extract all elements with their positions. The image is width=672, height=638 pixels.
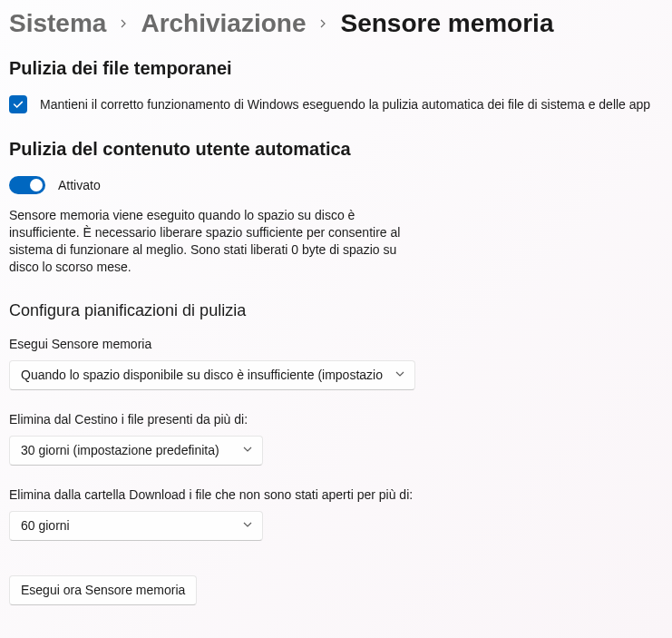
chevron-down-icon: [242, 518, 253, 533]
breadcrumb-current: Sensore memoria: [340, 9, 553, 38]
downloads-value: 60 giorni: [21, 518, 235, 533]
breadcrumb: Sistema Archiviazione Sensore memoria: [9, 9, 663, 38]
run-schedule-label: Esegui Sensore memoria: [9, 337, 663, 351]
run-now-button-label: Esegui ora Sensore memoria: [21, 583, 185, 597]
chevron-right-icon: [318, 15, 327, 32]
run-schedule-dropdown[interactable]: Quando lo spazio disponibile su disco è …: [9, 360, 415, 390]
breadcrumb-system[interactable]: Sistema: [9, 9, 106, 38]
run-now-button[interactable]: Esegui ora Sensore memoria: [9, 575, 197, 605]
recycle-bin-label: Elimina dal Cestino i file presenti da p…: [9, 412, 663, 427]
section-title-auto: Pulizia del contenuto utente automatica: [9, 139, 663, 160]
section-title-schedule: Configura pianificazioni di pulizia: [9, 301, 663, 320]
chevron-down-icon: [242, 443, 253, 457]
downloads-dropdown[interactable]: 60 giorni: [9, 511, 263, 541]
section-title-temp: Pulizia dei file temporanei: [9, 58, 663, 79]
breadcrumb-storage[interactable]: Archiviazione: [141, 9, 306, 38]
chevron-right-icon: [119, 15, 128, 32]
chevron-down-icon: [394, 368, 405, 382]
downloads-label: Elimina dalla cartella Download i file c…: [9, 487, 663, 502]
toggle-knob: [30, 179, 43, 191]
recycle-bin-dropdown[interactable]: 30 giorni (impostazione predefinita): [9, 436, 263, 466]
checkmark-icon: [12, 98, 24, 111]
temp-cleanup-checkbox-row: Mantieni il corretto funzionamento di Wi…: [9, 95, 663, 113]
temp-cleanup-checkbox[interactable]: [9, 95, 27, 113]
recycle-bin-value: 30 giorni (impostazione predefinita): [21, 443, 235, 457]
auto-cleanup-description: Sensore memoria viene eseguito quando lo…: [9, 207, 426, 276]
auto-cleanup-toggle[interactable]: [9, 176, 45, 194]
run-schedule-value: Quando lo spazio disponibile su disco è …: [21, 368, 387, 382]
auto-cleanup-toggle-row: Attivato: [9, 176, 663, 194]
auto-cleanup-state: Attivato: [58, 178, 101, 192]
temp-cleanup-label: Mantieni il corretto funzionamento di Wi…: [40, 97, 650, 112]
